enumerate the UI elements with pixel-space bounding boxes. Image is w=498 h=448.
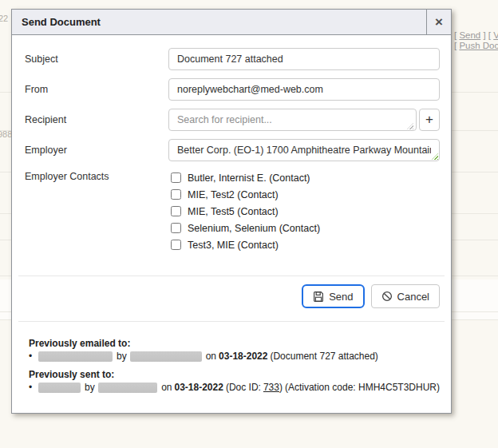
cancel-button-label: Cancel	[397, 291, 429, 303]
sent-history-item: • by on 03-18-2022 (Doc ID: 733 ) (Activ…	[29, 382, 440, 393]
contact-option: Butler, Internist E. (Contact)	[168, 169, 440, 186]
from-row: From	[25, 78, 440, 101]
background-view-link[interactable]: V	[493, 30, 498, 40]
history-section: Previously emailed to: • by on 03-18-202…	[25, 338, 440, 393]
doc-id-suffix: )	[279, 382, 283, 393]
bullet: •	[29, 382, 37, 393]
send-button-label: Send	[329, 291, 353, 303]
contact-label: Test3, MIE (Contact)	[188, 240, 279, 251]
previously-sent-heading: Previously sent to:	[29, 369, 440, 380]
contact-label: Butler, Internist E. (Contact)	[188, 172, 310, 184]
emailed-note: (Document 727 attached)	[270, 351, 377, 362]
contact-label: Selenium, Selenium (Contact)	[188, 223, 320, 234]
background-action-links: [ Send ] [ V [ Push Doc	[454, 30, 498, 51]
contact-label: MIE, Test2 (Contact)	[188, 189, 279, 200]
doc-id-prefix: (Doc ID:	[226, 382, 261, 393]
contact-checkbox[interactable]	[171, 189, 181, 200]
send-button[interactable]: Send	[302, 284, 364, 308]
employer-row: Employer	[25, 139, 440, 161]
by-text: by	[117, 351, 127, 362]
subject-label: Subject	[25, 48, 168, 65]
by-text: by	[85, 382, 95, 393]
on-text: on	[161, 382, 172, 393]
from-input[interactable]	[168, 78, 440, 101]
emailed-date: 03-18-2022	[219, 351, 267, 362]
background-text-fragment: 22	[0, 14, 8, 23]
contact-option: MIE, Test2 (Contact)	[168, 186, 440, 203]
contact-option: Test3, MIE (Contact)	[168, 236, 440, 253]
dialog-actions: Send Cancel	[25, 284, 440, 308]
dialog-title: Send Document	[12, 10, 426, 34]
dialog-header: Send Document ×	[12, 10, 451, 35]
employer-contacts-row: Employer Contacts Butler, Internist E. (…	[25, 169, 440, 253]
redacted-sender	[130, 351, 202, 362]
bullet: •	[29, 351, 37, 362]
dialog-body: Subject From Recipient + Employer	[12, 35, 451, 393]
cancel-button[interactable]: Cancel	[371, 284, 440, 308]
redacted-recipient	[38, 383, 81, 393]
subject-row: Subject	[25, 48, 440, 70]
recipient-row: Recipient +	[25, 109, 440, 131]
redacted-recipient	[38, 351, 113, 362]
activation-code-text: (Activation code: HMH4C5T3DHUR)	[285, 382, 440, 393]
contact-label: MIE, Test5 (Contact)	[188, 206, 279, 217]
emailed-history-item: • by on 03-18-2022 (Document 727 attache…	[29, 351, 440, 362]
divider	[18, 276, 445, 276]
previously-emailed-heading: Previously emailed to:	[29, 338, 440, 349]
contact-checkbox[interactable]	[171, 172, 181, 183]
save-icon	[313, 291, 324, 302]
background-push-doc-link[interactable]: Push Doc	[459, 41, 498, 50]
employer-label: Employer	[25, 139, 168, 156]
contact-option: MIE, Test5 (Contact)	[168, 203, 440, 220]
contact-checkbox[interactable]	[171, 206, 181, 216]
employer-contacts-list: Butler, Internist E. (Contact) MIE, Test…	[168, 169, 440, 253]
divider	[18, 321, 445, 322]
background-send-link[interactable]: Send	[459, 30, 480, 40]
recipient-search-input[interactable]	[168, 109, 417, 131]
send-document-dialog: Send Document × Subject From Recipient +	[11, 9, 452, 414]
employer-input[interactable]	[168, 139, 440, 161]
redacted-sender	[98, 383, 157, 393]
doc-id-link[interactable]: 733	[263, 382, 279, 393]
contact-option: Selenium, Selenium (Contact)	[168, 220, 440, 236]
contact-checkbox[interactable]	[171, 240, 181, 250]
bracket: ] [	[480, 30, 493, 40]
on-text: on	[206, 351, 216, 362]
from-label: From	[25, 78, 168, 95]
close-icon[interactable]: ×	[426, 10, 451, 34]
recipient-label: Recipient	[25, 109, 168, 125]
cancel-icon	[381, 291, 393, 302]
contact-checkbox[interactable]	[171, 223, 181, 233]
add-recipient-button[interactable]: +	[419, 109, 440, 131]
employer-contacts-label: Employer Contacts	[25, 169, 168, 182]
sent-date: 03-18-2022	[175, 382, 223, 393]
subject-input[interactable]	[168, 48, 440, 70]
page: { "background": { "fragment_top_left": "…	[0, 0, 498, 448]
